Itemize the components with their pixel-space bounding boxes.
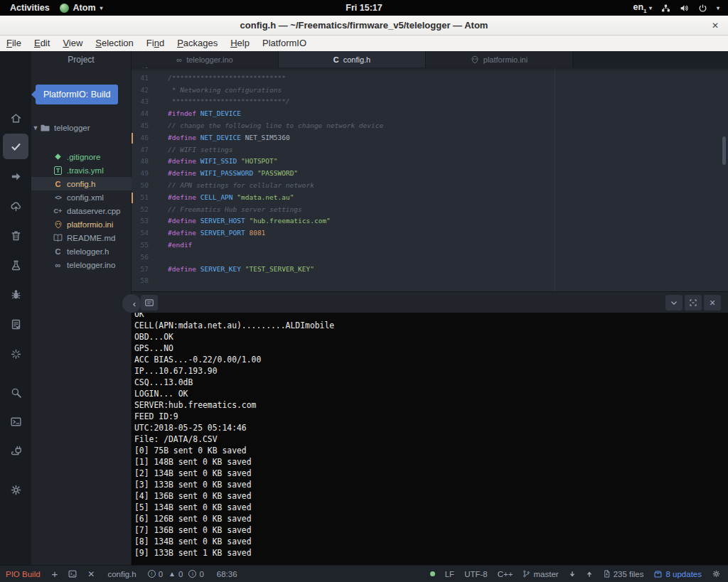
gnome-clock[interactable]: Fri 15:17	[0, 3, 728, 13]
warning-triangle-icon: ▲	[168, 571, 176, 578]
settings-gear-icon[interactable]	[712, 569, 721, 578]
clean-trash-icon[interactable]	[3, 222, 28, 248]
terminal-line: [6] 126B sent 0 KB saved	[134, 513, 728, 524]
debug-bug-icon[interactable]	[3, 281, 28, 307]
code-text: #define CELL_APN "mdata.net.au"	[149, 192, 294, 204]
tree-item-config.h[interactable]: Cconfig.h	[31, 177, 132, 190]
tree-item-platformio.ini[interactable]: platformio.ini	[31, 217, 132, 231]
status-encoding[interactable]: UTF-8	[464, 570, 488, 578]
ino-file-icon: ∞	[176, 55, 182, 64]
code-text: ****************************/	[149, 96, 290, 108]
cpp-file-icon: C+	[53, 208, 63, 215]
code-line-42: 42 * Networking configurations	[132, 85, 728, 97]
menu-item-packages[interactable]: Packages	[171, 36, 224, 51]
code-text: // WIFI settings	[149, 144, 233, 156]
terminal-line: ACC BIAS...-0.22/0.00/1.00	[134, 354, 728, 365]
status-infos[interactable]: i 0	[188, 570, 203, 578]
terminal-line: OK	[134, 313, 728, 320]
code-line-43: 43 ****************************/	[132, 96, 728, 108]
code-line-55: 55#endif	[132, 239, 728, 252]
terminal-output[interactable]: OKCELL(APN:mdata.net.au).........ALDImob…	[132, 313, 728, 565]
terminal-icon[interactable]	[3, 409, 28, 434]
tree-item-telelogger.ino[interactable]: ∞telelogger.ino	[31, 258, 132, 271]
status-cursor-position[interactable]: 68:36	[217, 570, 237, 578]
code-text: #define WIFI_PASSWORD "PASSWORD"	[149, 168, 298, 180]
power-icon[interactable]	[698, 4, 707, 13]
tree-item-telelogger.h[interactable]: Ctelelogger.h	[31, 244, 132, 258]
git-push-arrow-icon[interactable]	[586, 570, 593, 578]
menu-item-platformio[interactable]: PlatformIO	[256, 36, 313, 51]
test-flask-icon[interactable]	[3, 252, 28, 278]
code-text	[149, 252, 168, 264]
menu-item-edit[interactable]: Edit	[28, 36, 56, 51]
status-filename[interactable]: config.h	[107, 570, 136, 578]
status-warnings[interactable]: ▲ 0	[168, 570, 183, 578]
tab-telelogger.ino[interactable]: ∞telelogger.ino	[132, 51, 279, 68]
pio-build-status[interactable]: PIO Build	[6, 570, 41, 578]
menu-item-help[interactable]: Help	[224, 36, 256, 51]
code-text: #define SERVER_HOST "hub.freematics.com"	[149, 215, 331, 227]
chevron-down-icon[interactable]: ▾	[717, 5, 719, 11]
panel-collapse-button[interactable]: ‹	[122, 294, 141, 313]
line-number: 45	[132, 120, 149, 132]
panel-log-icon[interactable]	[141, 295, 158, 311]
tree-item-.gitignore[interactable]: .gitignore	[31, 150, 132, 163]
tab-config.h[interactable]: Cconfig.h	[279, 51, 426, 68]
settings-gear-icon[interactable]	[3, 477, 28, 502]
pio-file-icon	[53, 220, 63, 229]
network-icon[interactable]	[661, 4, 670, 13]
keyboard-indicator[interactable]: en1 ▾	[633, 2, 652, 14]
terminal-line: [3] 133B sent 0 KB saved	[134, 479, 728, 490]
volume-icon[interactable]	[680, 4, 689, 13]
code-line-48: 48#define WIFI_SSID "HOTSPOT"	[132, 156, 728, 168]
upload-arrow-icon[interactable]	[3, 163, 28, 189]
panel-maximize-button[interactable]	[685, 295, 702, 311]
code-text: // Freematics Hub server settings	[149, 204, 302, 216]
window-close-button[interactable]: ✕	[709, 19, 722, 32]
status-grammar[interactable]: C++	[498, 570, 513, 578]
terminal-line: [5] 134B sent 0 KB saved	[134, 502, 728, 513]
package-icon	[653, 570, 663, 578]
tab-platformio.ini[interactable]: platformio.ini	[426, 51, 573, 68]
tasks-checklist-icon[interactable]	[3, 311, 28, 337]
terminal-line: GPS...NO	[134, 343, 728, 354]
serial-plug-icon[interactable]	[3, 438, 28, 463]
status-files-count[interactable]: 235 files	[603, 569, 644, 578]
code-line-58: 58	[132, 275, 728, 287]
terminal-line: CELL(APN:mdata.net.au).........ALDImobil…	[134, 320, 728, 331]
tree-item-config.xml[interactable]: <>config.xml	[31, 190, 132, 204]
search-icon[interactable]	[3, 379, 28, 405]
status-git-branch[interactable]: master	[523, 569, 558, 578]
git-pull-arrow-icon[interactable]	[569, 570, 576, 578]
code-line-53: 53#define SERVER_HOST "hub.freematics.co…	[132, 215, 728, 227]
text-editor[interactable]: 4041/****************************42 * Ne…	[132, 68, 728, 291]
menu-item-view[interactable]: View	[56, 36, 89, 51]
fold-icon[interactable]	[3, 341, 28, 367]
gnome-app-menu[interactable]: Atom ▾	[60, 3, 103, 13]
tree-item-README.md[interactable]: README.md	[31, 231, 132, 244]
tree-item-.travis.yml[interactable]: T.travis.yml	[31, 163, 132, 177]
tree-item-dataserver.cpp[interactable]: C+dataserver.cpp	[31, 204, 132, 217]
pio-terminal-icon[interactable]	[68, 569, 77, 578]
menu-item-find[interactable]: Find	[140, 36, 171, 51]
code-text: #define NET_DEVICE NET_SIM5360	[149, 132, 290, 144]
pio-new-project-plus-icon[interactable]: +	[52, 568, 58, 580]
home-icon[interactable]	[3, 105, 28, 131]
build-check-icon[interactable]	[3, 134, 28, 159]
remote-cloud-upload-icon[interactable]	[3, 193, 28, 219]
line-number: 50	[132, 180, 149, 192]
status-errors[interactable]: ! 0	[148, 570, 163, 578]
c-file-icon: C	[53, 247, 63, 256]
status-line-ending[interactable]: LF	[445, 570, 454, 578]
panel-close-button[interactable]: ✕	[704, 295, 721, 311]
menu-item-file[interactable]: File	[0, 36, 28, 51]
pio-close-icon[interactable]: ✕	[87, 569, 95, 579]
menu-item-selection[interactable]: Selection	[89, 36, 139, 51]
code-lines: 4041/****************************42 * Ne…	[132, 68, 728, 287]
gnome-activities[interactable]: Activities	[10, 3, 50, 13]
editor-scrollbar-thumb[interactable]	[722, 136, 726, 165]
panel-minimize-button[interactable]	[665, 295, 682, 311]
tree-folder-telelogger[interactable]: ▼ telelogger	[31, 121, 132, 134]
status-updates[interactable]: 8 updates	[653, 570, 702, 578]
window-title: config.h — ~/Freematics/firmware_v5/tele…	[240, 20, 488, 31]
